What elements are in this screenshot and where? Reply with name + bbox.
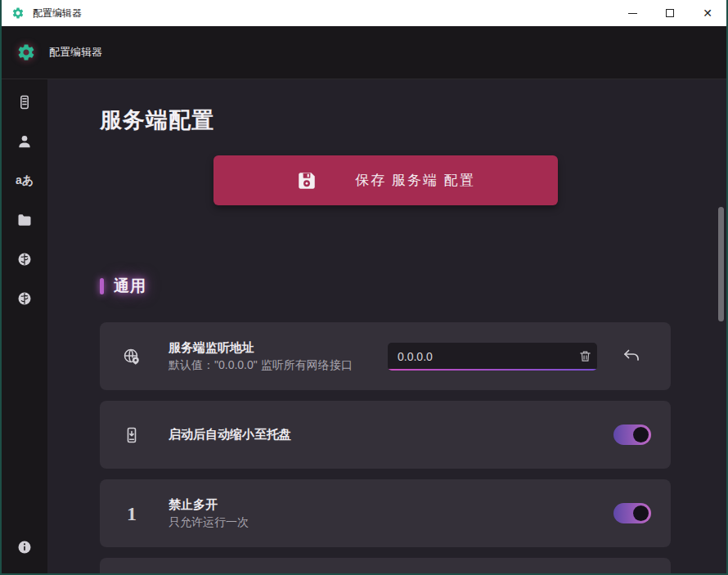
sidebar-item-user[interactable] [8, 125, 41, 158]
listen-address-input[interactable] [388, 350, 573, 363]
network-brain-icon [16, 251, 33, 267]
section-title: 通用 [114, 276, 146, 297]
setting-title: 服务端监听地址 [169, 340, 353, 356]
listen-address-field [388, 343, 597, 371]
reset-to-default-button[interactable] [622, 347, 641, 366]
info-icon [16, 539, 33, 555]
setting-partial-card [100, 558, 671, 573]
page-title: 服务端配置 [100, 106, 671, 134]
app-logo-gear-icon [16, 43, 36, 62]
save-icon [296, 170, 317, 191]
user-icon [16, 133, 33, 150]
sidebar-item-folder[interactable] [8, 204, 41, 236]
tray-minimize-icon [122, 425, 142, 445]
titlebar-title: 配置编辑器 [33, 7, 82, 20]
save-button-label: 保存 服务端 配置 [355, 171, 474, 190]
save-server-config-button[interactable]: 保存 服务端 配置 [213, 155, 558, 205]
single-instance-toggle[interactable] [613, 503, 651, 523]
setting-title: 禁止多开 [169, 497, 249, 513]
trash-icon [578, 349, 592, 363]
app-header: 配置编辑器 [2, 26, 726, 79]
minimize-to-tray-toggle[interactable] [613, 425, 651, 445]
setting-title: 启动后自动缩小至托盘 [169, 427, 291, 442]
sidebar-item-about[interactable] [8, 531, 41, 564]
maximize-button[interactable] [651, 0, 689, 26]
setting-single-instance: 1 禁止多开 只允许运行一次 [100, 479, 671, 547]
sidebar-item-server[interactable] [8, 86, 41, 119]
number-one-icon: 1 [127, 504, 137, 523]
app-header-title: 配置编辑器 [49, 45, 102, 60]
language-icon: aあ [16, 173, 34, 188]
vertical-scrollbar-thumb[interactable] [718, 207, 724, 321]
main-panel: 服务端配置 保存 服务端 配置 通用 [47, 79, 726, 573]
section-general: 通用 [100, 276, 671, 297]
app-window: 配置编辑器 ✕ 配置编辑器 aあ [0, 0, 728, 575]
titlebar: 配置编辑器 ✕ [2, 0, 726, 26]
server-icon [16, 94, 33, 110]
sidebar-item-network-1[interactable] [8, 243, 41, 276]
setting-description: 默认值："0.0.0.0" 监听所有网络接口 [169, 358, 353, 373]
toggle-knob [633, 427, 649, 442]
globe-location-icon [122, 347, 142, 366]
sidebar: aあ [2, 79, 47, 573]
settings-list: 服务端监听地址 默认值："0.0.0.0" 监听所有网络接口 [100, 322, 671, 573]
setting-minimize-to-tray: 启动后自动缩小至托盘 [100, 401, 671, 469]
sidebar-item-network-2[interactable] [8, 282, 41, 315]
sidebar-item-language[interactable]: aあ [8, 164, 41, 197]
close-button[interactable]: ✕ [689, 0, 726, 26]
network-brain-icon [16, 290, 33, 307]
app-gear-icon [11, 7, 25, 20]
clear-input-button[interactable] [573, 343, 597, 371]
toggle-knob [633, 505, 649, 521]
setting-description: 只允许运行一次 [169, 515, 249, 530]
minimize-button[interactable] [613, 0, 651, 26]
section-accent-bar [100, 278, 104, 294]
folder-icon [16, 212, 33, 228]
setting-listen-address: 服务端监听地址 默认值："0.0.0.0" 监听所有网络接口 [100, 322, 671, 390]
window-controls: ✕ [613, 0, 726, 26]
undo-icon [622, 347, 641, 366]
